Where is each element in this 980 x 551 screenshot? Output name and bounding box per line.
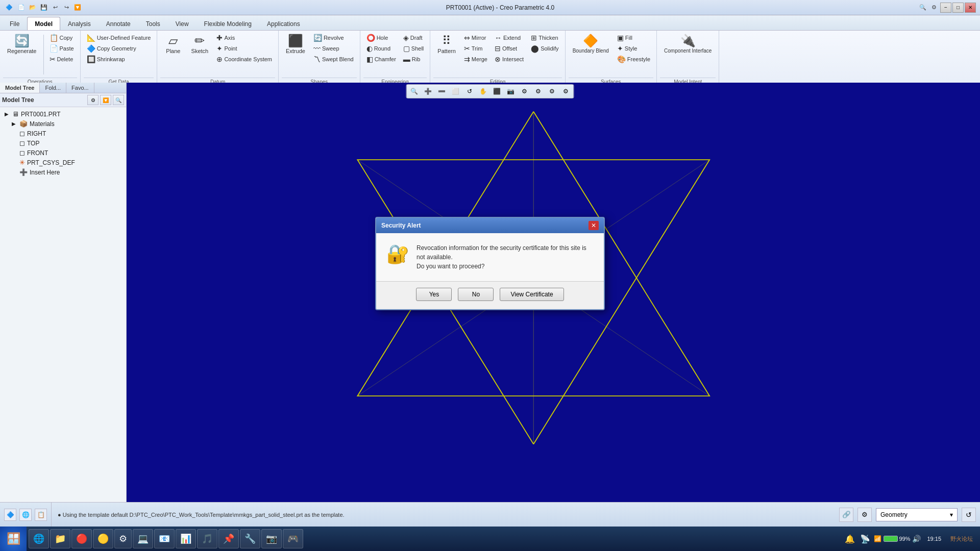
boundary-blend-btn[interactable]: 🔶 Boundary Blend — [569, 33, 613, 56]
tree-filter-btn[interactable]: 🔽 — [100, 95, 111, 105]
panel-tab-fold[interactable]: Fold... — [40, 83, 66, 93]
minimize-btn[interactable]: − — [940, 3, 951, 13]
taskbar-item-9[interactable]: 🎵 — [197, 529, 217, 548]
zoom-in-btn[interactable]: ➕ — [422, 86, 435, 97]
visible-lines-btn[interactable]: ⚙ — [532, 86, 545, 97]
tree-item-front[interactable]: ◻ FRONT — [0, 148, 126, 158]
tree-item-materials[interactable]: ▶ 📦 Materials — [0, 119, 126, 129]
taskbar-item-2[interactable]: 📁 — [50, 529, 70, 548]
hole-btn[interactable]: ⭕ Hole — [363, 33, 399, 43]
taskbar-item-11[interactable]: 🔧 — [240, 529, 260, 548]
perspective-btn[interactable]: ⚙ — [546, 86, 559, 97]
dialog-yes-btn[interactable]: Yes — [416, 288, 452, 301]
zoom-fit-btn[interactable]: 🔍 — [408, 86, 421, 97]
rib-btn[interactable]: ▬ Rib — [400, 54, 427, 64]
close-btn[interactable]: ✕ — [965, 3, 976, 13]
tab-annotate[interactable]: Annotate — [99, 17, 138, 30]
options-btn[interactable]: ⚙ — [929, 3, 939, 13]
taskbar-item-5[interactable]: ⚙ — [114, 529, 132, 548]
copy-btn[interactable]: 📋 Copy — [46, 33, 77, 43]
taskbar-item-13[interactable]: 🎮 — [283, 529, 303, 548]
geometry-dropdown[interactable]: Geometry ▾ — [876, 508, 958, 521]
display-style-btn[interactable]: ⚙ — [518, 86, 531, 97]
thicken-btn[interactable]: ⊞ Thicken — [528, 33, 561, 43]
volume-icon[interactable]: 🔊 — [912, 535, 921, 543]
status-icon-3[interactable]: 📋 — [35, 509, 47, 521]
tree-item-top[interactable]: ◻ TOP — [0, 138, 126, 148]
tree-settings-btn[interactable]: ⚙ — [87, 95, 99, 105]
delete-btn[interactable]: ✂ Delete — [46, 54, 77, 64]
saved-orient-btn[interactable]: 📷 — [504, 86, 518, 97]
panel-tab-model-tree[interactable]: Model Tree — [0, 83, 40, 93]
tab-view[interactable]: View — [168, 17, 197, 30]
shell-btn[interactable]: ▢ Shell — [400, 43, 427, 54]
start-button[interactable]: 🪟 — [0, 527, 27, 551]
taskbar-item-6[interactable]: 💻 — [133, 529, 153, 548]
open-btn[interactable]: 📂 — [28, 3, 38, 13]
regenerate-btn[interactable]: 🔄 Regenerate — [3, 33, 41, 56]
dialog-close-btn[interactable]: ✕ — [589, 221, 599, 230]
round-btn[interactable]: ◐ Round — [363, 43, 399, 54]
draft-btn[interactable]: ◈ Draft — [400, 33, 427, 43]
datum-display-btn[interactable]: ⚙ — [559, 86, 573, 97]
tree-item-csys[interactable]: ✳ PRT_CSYS_DEF — [0, 158, 126, 167]
component-interface-btn[interactable]: 🔌 Component Interface — [660, 33, 716, 56]
user-defined-feature-btn[interactable]: 📐 User-Defined Feature — [84, 33, 154, 43]
tab-model[interactable]: Model — [27, 17, 60, 30]
qa-dropdown-btn[interactable]: 🔽 — [72, 3, 83, 13]
sweep-btn[interactable]: 〰 Sweep — [310, 43, 357, 54]
tab-file[interactable]: File — [2, 17, 27, 30]
panel-tab-favo[interactable]: Favo... — [66, 83, 94, 93]
save-btn[interactable]: 💾 — [39, 3, 49, 13]
trim-btn[interactable]: ✂ Trim — [461, 43, 491, 54]
taskbar-item-8[interactable]: 📊 — [176, 529, 196, 548]
tab-applications[interactable]: Applications — [259, 17, 308, 30]
view-orient-btn[interactable]: ⬜ — [449, 86, 462, 97]
status-icon-2[interactable]: 🌐 — [19, 509, 32, 521]
copy-geometry-btn[interactable]: 🔷 Copy Geometry — [84, 43, 154, 54]
taskbar-item-7[interactable]: 📧 — [154, 529, 175, 548]
pattern-btn[interactable]: ⠿ Pattern — [433, 33, 459, 56]
sketch-btn[interactable]: ✏ Sketch — [187, 33, 212, 56]
fill-btn[interactable]: ▣ Fill — [614, 33, 653, 43]
dialog-no-btn[interactable]: No — [458, 288, 494, 301]
help-search-btn[interactable]: 🔍 — [918, 3, 928, 13]
status-icon-1[interactable]: 🔷 — [4, 509, 16, 521]
taskbar-item-10[interactable]: 📌 — [218, 529, 239, 548]
status-right-btn1[interactable]: 🔗 — [839, 508, 853, 522]
redo-btn[interactable]: ↪ — [61, 3, 71, 13]
coord-system-btn[interactable]: ⊕ Coordinate System — [213, 54, 275, 64]
taskbar-item-4[interactable]: 🟡 — [93, 529, 113, 548]
solidify-btn[interactable]: ⬤ Solidify — [528, 43, 561, 54]
paste-btn[interactable]: 📄 Paste — [46, 43, 77, 54]
tree-item-right[interactable]: ◻ RIGHT — [0, 129, 126, 138]
pan-btn[interactable]: ✋ — [477, 86, 490, 97]
zoom-out-btn[interactable]: ➖ — [435, 86, 449, 97]
offset-btn[interactable]: ⊟ Offset — [492, 43, 527, 54]
maximize-btn[interactable]: □ — [952, 3, 964, 13]
extend-btn[interactable]: ↔ Extend — [492, 33, 527, 43]
tree-search-btn[interactable]: 🔍 — [113, 95, 124, 105]
dialog-view-cert-btn[interactable]: View Certificate — [500, 288, 564, 301]
chamfer-btn[interactable]: ◧ Chamfer — [363, 54, 399, 64]
swept-blend-btn[interactable]: 〽 Swept Blend — [310, 54, 357, 64]
tab-analysis[interactable]: Analysis — [60, 17, 99, 30]
mirror-btn[interactable]: ⇔ Mirror — [461, 33, 491, 43]
refresh-btn[interactable]: ↺ — [962, 508, 976, 522]
tree-item-prt0001[interactable]: ▶ 🖥 PRT0001.PRT — [0, 109, 126, 119]
tab-flexible-modeling[interactable]: Flexible Modeling — [197, 17, 259, 30]
tree-item-insert-here[interactable]: ➕ Insert Here — [0, 167, 126, 177]
point-btn[interactable]: ✦ Point — [213, 43, 275, 54]
zoom-box-btn[interactable]: ⬛ — [491, 86, 504, 97]
revolve-btn[interactable]: 🔄 Revolve — [310, 33, 357, 43]
axis-btn[interactable]: ✚ Axis — [213, 33, 275, 43]
merge-btn[interactable]: ⇉ Merge — [461, 54, 491, 64]
plane-btn[interactable]: ▱ Plane — [160, 33, 186, 56]
tray-icon-2[interactable]: 📡 — [859, 534, 872, 544]
spin-btn[interactable]: ↺ — [463, 86, 476, 97]
new-btn[interactable]: 📄 — [16, 3, 27, 13]
intersect-btn[interactable]: ⊗ Intersect — [492, 54, 527, 64]
tab-tools[interactable]: Tools — [138, 17, 168, 30]
status-right-btn2[interactable]: ⚙ — [857, 508, 872, 522]
taskbar-item-3[interactable]: 🔴 — [71, 529, 92, 548]
